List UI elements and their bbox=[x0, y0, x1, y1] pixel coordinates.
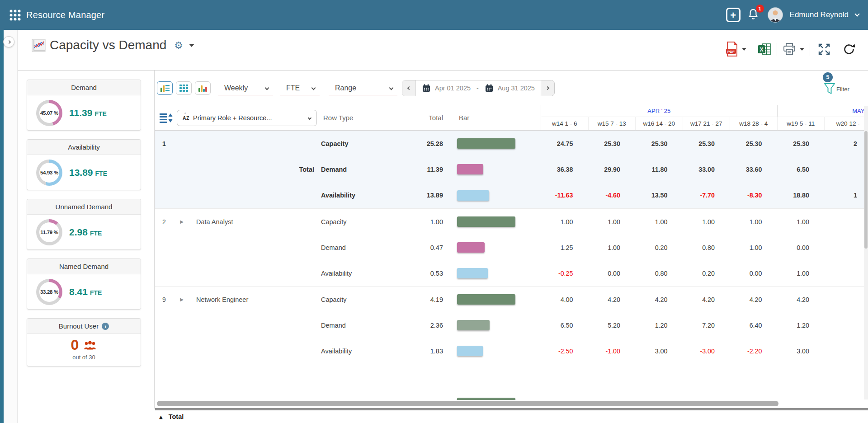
total-bar bbox=[457, 164, 483, 174]
role-group[interactable]: 1Capacity25.2824.7525.3025.3025.3025.302… bbox=[155, 131, 868, 208]
export-pdf-button[interactable]: PDF bbox=[726, 42, 746, 56]
sidebar-expand-button[interactable] bbox=[3, 36, 14, 47]
row-type: Demand bbox=[314, 244, 387, 251]
bar-cell bbox=[450, 398, 534, 400]
expand-arrow-icon[interactable]: ▶ bbox=[180, 219, 184, 224]
week-value: -11.63 bbox=[534, 192, 581, 199]
week-value: 0.00 bbox=[723, 270, 770, 277]
date-from-field[interactable]: Apr 01 2025 bbox=[416, 84, 476, 93]
arrow-cell: ▶ bbox=[174, 219, 189, 224]
week-value: 33.00 bbox=[676, 166, 723, 173]
kpi-gauge: 33.28 % bbox=[36, 279, 62, 305]
print-button[interactable] bbox=[783, 42, 804, 56]
row-order-icon[interactable] bbox=[160, 113, 173, 123]
group-by-dropdown[interactable]: AˆZ Primary Role + Resource... bbox=[177, 110, 317, 126]
week-value: 0.00 bbox=[581, 270, 629, 277]
week-value: 3.00 bbox=[628, 348, 676, 355]
row-type: Capacity bbox=[314, 400, 387, 400]
capacity-vs-demand-panel: Weekly FTE Range bbox=[155, 70, 868, 423]
kpi-value-unit: FTE bbox=[90, 230, 102, 237]
unit-select[interactable]: FTE bbox=[280, 81, 320, 95]
table-row: Demand0.471.251.000.200.801.000.00 bbox=[155, 235, 868, 260]
date-next-button[interactable] bbox=[541, 80, 554, 96]
kpi-card: Availability54.93 %13.89FTE bbox=[27, 139, 141, 190]
combo-view-icon bbox=[160, 85, 170, 92]
row-type: Availability bbox=[314, 270, 387, 277]
avatar[interactable] bbox=[768, 7, 783, 23]
total-bar bbox=[457, 294, 515, 305]
week-value: 7.20 bbox=[676, 322, 723, 329]
week-value: 4.00 bbox=[628, 400, 676, 400]
week-value: 25.30 bbox=[770, 140, 818, 147]
total-bar bbox=[457, 268, 488, 278]
bar-cell bbox=[450, 164, 534, 174]
kpi-gauge: 11.79 % bbox=[36, 219, 62, 245]
kpi-value-number: 11.39 bbox=[69, 108, 92, 118]
role-group[interactable]: 57▶Network Operations ManagerCapacity4.0… bbox=[155, 364, 868, 400]
date-to-field[interactable]: Aug 31 2025 bbox=[479, 84, 541, 93]
role-group[interactable]: 2▶Data AnalystCapacity1.001.001.001.001.… bbox=[155, 208, 868, 286]
total-value: 1.83 bbox=[387, 348, 443, 355]
vertical-scrollbar bbox=[864, 106, 868, 400]
vertical-scrollbar-thumb[interactable] bbox=[864, 131, 868, 249]
week-value: 0.00 bbox=[770, 244, 818, 251]
kpi-value-unit: FTE bbox=[94, 110, 106, 118]
range-select-value: Range bbox=[335, 84, 356, 92]
date-prev-button[interactable] bbox=[402, 80, 416, 96]
settings-chevron-icon[interactable] bbox=[189, 44, 194, 47]
chevron-down-icon bbox=[311, 86, 316, 90]
week-value: 25.30 bbox=[581, 140, 629, 147]
expand-arrow-icon[interactable]: ▶ bbox=[180, 297, 184, 302]
week-value: 25.30 bbox=[676, 140, 723, 147]
filter-button[interactable]: 5 Filter bbox=[823, 72, 862, 99]
kpi-card-title: Availability bbox=[27, 140, 141, 155]
week-value: 2 bbox=[817, 140, 865, 147]
az-sort-icon: AˆZ bbox=[183, 115, 189, 121]
row-type: Availability bbox=[314, 192, 387, 199]
fullscreen-button[interactable] bbox=[817, 42, 831, 56]
horizontal-scrollbar-thumb[interactable] bbox=[157, 401, 778, 406]
kpi-card-body: 54.93 %13.89FTE bbox=[27, 155, 141, 190]
week-value: -8.30 bbox=[723, 192, 770, 199]
week-value: 1.00 bbox=[770, 270, 818, 277]
week-header: w18 28 - 4 bbox=[730, 117, 778, 130]
table-row: Availability1.83-2.50-1.003.00-3.00-2.20… bbox=[155, 338, 868, 364]
role-group[interactable]: 9▶Network EngineerCapacity4.194.004.204.… bbox=[155, 286, 868, 364]
table-header: AˆZ Primary Role + Resource... Row Type … bbox=[155, 105, 868, 131]
kpi-card: Demand45.07 %11.39FTE bbox=[27, 80, 141, 131]
date-from-value: Apr 01 2025 bbox=[435, 85, 471, 92]
kpi-value: 11.39FTE bbox=[69, 108, 107, 118]
week-value: 6.40 bbox=[723, 322, 770, 329]
range-select[interactable]: Range bbox=[329, 81, 397, 95]
user-menu-chevron-icon[interactable] bbox=[854, 11, 859, 16]
excel-icon: X bbox=[758, 42, 771, 56]
kpi-value-number: 13.89 bbox=[69, 167, 93, 178]
interval-select[interactable]: Weekly bbox=[218, 81, 273, 95]
group-by-value: Primary Role + Resource... bbox=[193, 114, 305, 122]
view-toolbar: Weekly FTE Range bbox=[157, 80, 555, 97]
add-button[interactable]: + bbox=[726, 8, 741, 22]
total-value: 25.28 bbox=[387, 140, 443, 147]
collapse-total-icon[interactable]: ▲ bbox=[159, 414, 163, 419]
week-value: 1.00 bbox=[534, 218, 581, 226]
view-toggle-chart[interactable] bbox=[195, 81, 211, 95]
week-value: 0.80 bbox=[676, 244, 723, 251]
total-bar bbox=[457, 242, 485, 253]
table-row: Availability13.89-11.63-4.6013.50-7.70-8… bbox=[155, 183, 868, 208]
info-icon[interactable]: i bbox=[102, 323, 109, 330]
refresh-button[interactable] bbox=[843, 43, 855, 56]
app-grid-icon[interactable] bbox=[9, 9, 21, 21]
total-bar bbox=[457, 216, 515, 227]
week-header-row: w14 1 - 6w15 7 - 13w16 14 - 20w17 21 - 2… bbox=[541, 117, 868, 130]
settings-gear-icon[interactable]: ⚙ bbox=[174, 40, 183, 51]
view-toggle-combo[interactable] bbox=[157, 81, 173, 95]
role-name: Network Engineer bbox=[189, 296, 314, 303]
export-excel-button[interactable]: X bbox=[758, 42, 771, 56]
total-bar bbox=[457, 190, 489, 201]
week-value: 1.20 bbox=[628, 322, 676, 329]
week-value: 1.00 bbox=[723, 244, 770, 251]
week-value: -2.20 bbox=[723, 348, 770, 355]
view-toggle-grid[interactable] bbox=[176, 81, 192, 95]
notifications-button[interactable]: 1 bbox=[747, 8, 761, 22]
week-value: 1.25 bbox=[534, 244, 581, 251]
